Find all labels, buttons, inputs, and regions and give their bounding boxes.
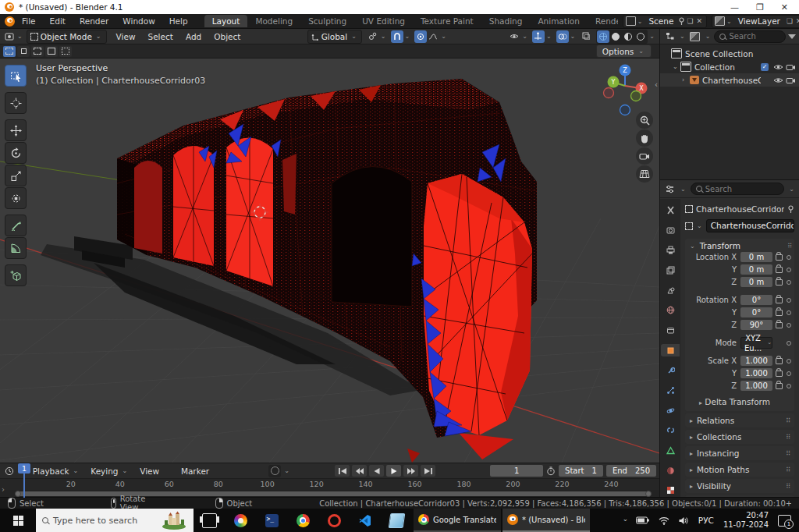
zoom-button[interactable] [636,112,653,129]
tab-physics[interactable] [661,404,680,417]
viewport-menu-item[interactable]: Object [208,32,247,41]
workspace-tab[interactable]: UV Editing [354,15,413,27]
transform-value-field[interactable]: 0°⌄ [740,307,772,317]
files-app-icon[interactable] [381,509,412,532]
workspace-tab[interactable]: Modeling [247,15,300,27]
lock-icon[interactable] [776,383,783,389]
collapsed-panel[interactable]: ▸ Instancing ⠿ [685,446,794,460]
close-button[interactable]: ✕ [781,2,788,12]
start-button[interactable] [0,509,36,532]
properties-editor-icon[interactable] [663,183,676,195]
menu-item[interactable]: Edit [43,16,73,26]
playhead[interactable]: 1 [18,463,30,473]
solid-shading-icon[interactable] [609,30,622,43]
tab-object[interactable] [661,344,680,357]
end-frame-field[interactable]: End250 [606,465,656,477]
camera-visibility-icon[interactable] [786,76,796,84]
current-frame-field[interactable]: 1 [490,465,543,477]
lock-icon[interactable] [776,371,783,377]
workspace-tab[interactable]: Texture Paint [413,15,481,27]
measure-tool[interactable] [5,237,27,259]
menu-item[interactable]: Help [162,16,195,26]
outliner-search-input[interactable]: Search [714,30,786,43]
tab-tool[interactable] [661,204,680,217]
transform-value-field[interactable]: 0°⌄ [740,295,772,305]
editor-type-icon[interactable] [3,30,16,43]
taskbar-window-button[interactable]: * (Unsaved) - Blend... [502,509,590,532]
snap-target-icon[interactable] [367,30,379,43]
timeline-menu-item[interactable]: View⌄ [134,466,176,476]
transform-value-field[interactable]: XYZ Eu...⌄ [740,337,772,349]
animate-dot-icon[interactable] [787,359,791,364]
add-cube-tool[interactable] [5,264,27,286]
tab-material[interactable] [661,464,680,477]
menu-item[interactable]: Window [115,16,162,26]
animate-dot-icon[interactable] [787,341,791,346]
pan-hand-button[interactable] [636,129,653,147]
outliner-row[interactable]: › CharterhouseC ✓ [660,73,799,87]
play-reverse-button[interactable] [369,465,384,477]
auto-keying-record-icon[interactable] [268,465,281,477]
collection-checkbox[interactable]: ✓ [761,63,769,71]
transform-panel-header[interactable]: ⌄ Transform ⠿ [688,241,791,250]
proportional-edit-icon[interactable] [414,30,427,43]
blender-menu-icon[interactable] [5,16,15,27]
lock-icon[interactable] [776,358,783,364]
material-shading-icon[interactable] [622,30,634,43]
tab-particles[interactable] [661,384,680,397]
notifications-icon[interactable]: 1 [778,515,791,527]
start-frame-field[interactable]: Start1 [559,465,603,477]
transform-value-field[interactable]: 0 m⌄ [740,252,772,262]
select-box-tool[interactable] [5,65,27,87]
tab-world[interactable] [661,303,680,317]
select-mode-extend-icon[interactable] [17,46,30,57]
select-mode-set-icon[interactable] [3,46,16,57]
rotate-tool[interactable] [5,142,27,164]
lock-icon[interactable] [776,310,783,316]
keyboard-language[interactable]: РУС [698,516,714,525]
use-preview-range-icon[interactable] [545,465,557,477]
transform-value-field[interactable]: 90°⌄ [740,320,772,330]
paint-app-icon[interactable] [225,509,256,532]
wifi-icon[interactable] [659,516,669,525]
visibility-dropdown-icon[interactable] [508,30,520,43]
speaker-icon[interactable] [679,516,689,525]
delta-transform-subpanel[interactable]: ▸ Delta Transform [699,397,791,406]
tab-texture[interactable] [661,484,680,497]
animate-dot-icon[interactable] [787,280,791,285]
pin-icon[interactable] [678,17,685,25]
workspace-tab[interactable]: Layout [204,15,248,27]
animate-dot-icon[interactable] [787,298,791,303]
tab-scene[interactable] [661,284,680,297]
snap-magnet-icon[interactable] [391,30,403,43]
play-button[interactable] [386,465,401,477]
clock[interactable]: 20:47 11-07-2024 [723,511,769,530]
navigation-gizmo[interactable]: Z X Y [597,63,648,116]
outliner-row[interactable]: Scene Collection ✓ [660,47,799,60]
new-viewlayer-icon[interactable]: ❏ [785,17,794,25]
collapsed-panel[interactable]: ▸ Collections ⠿ [685,430,794,444]
menu-item[interactable]: File [15,16,43,26]
task-view-button[interactable] [194,509,225,532]
move-tool[interactable] [5,119,27,141]
object-name-field[interactable]: CharterhouseCorridor03 [706,219,794,232]
tab-collection[interactable] [661,324,680,337]
scale-tool[interactable] [5,165,27,186]
overlays-toggle-icon[interactable] [556,30,569,43]
annotate-tool[interactable] [5,215,27,236]
tab-render[interactable] [661,224,680,237]
select-mode-subtract-icon[interactable] [31,46,44,57]
next-keyframe-button[interactable] [403,465,418,477]
collapsed-panel[interactable]: ▸ Motion Paths ⠿ [685,463,794,477]
viewport-menu-item[interactable]: Select [141,32,179,41]
mode-dropdown[interactable]: Object Mode ⌄ [27,30,107,44]
new-scene-icon[interactable]: ❏ [685,17,694,25]
tab-view-layer[interactable] [661,264,680,277]
jump-to-start-button[interactable] [335,465,350,477]
restore-button[interactable]: ❐ [756,2,764,12]
outliner-row[interactable]: ⌄ Collection ✓ [660,60,799,73]
viewlayer-selector[interactable]: ⌄ ViewLayer ❏ ✕ [712,15,799,28]
viewport-menu-item[interactable]: View [110,32,142,41]
battery-icon[interactable] [636,516,649,524]
workspace-tab[interactable]: Shading [481,15,531,27]
